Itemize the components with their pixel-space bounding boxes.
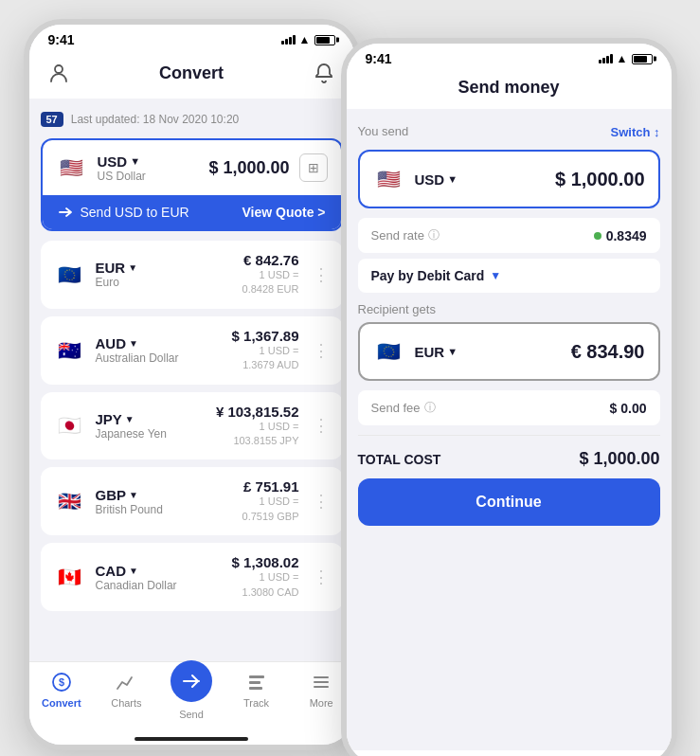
aud-code[interactable]: AUD ▼ xyxy=(96,335,179,351)
nav-label-track: Track xyxy=(243,697,269,709)
nav-item-convert[interactable]: $ Convert xyxy=(29,670,95,720)
nav-label-convert: Convert xyxy=(42,697,81,709)
convert-content: 57 Last updated: 18 Nov 2020 10:20 🇺🇸 US… xyxy=(29,99,354,661)
recipient-section: Recipient gets 🇪🇺 EUR ▼ € 834.90 xyxy=(358,302,660,381)
home-indicator-2 xyxy=(347,750,672,756)
send-fee-label: Send fee ⓘ xyxy=(371,400,436,416)
total-value: $ 1,000.00 xyxy=(579,449,659,469)
pay-method-row[interactable]: Pay by Debit Card ▼ xyxy=(358,259,660,293)
recipient-dropdown-icon: ▼ xyxy=(447,346,458,357)
app-header: Convert xyxy=(29,51,354,99)
battery-icon-2 xyxy=(632,54,653,64)
svg-rect-6 xyxy=(314,676,329,678)
more-dots-icon[interactable]: ⋮ xyxy=(313,567,330,587)
list-item[interactable]: 🇬🇧 GBP ▼ British Pound £ 751.91 1 USD =0… xyxy=(41,467,343,535)
aud-name: Australian Dollar xyxy=(96,351,179,365)
info-icon: ⓘ xyxy=(428,227,440,243)
nav-label-charts: Charts xyxy=(111,697,141,709)
you-send-header: You send Switch ↕ xyxy=(358,120,660,144)
send-icon xyxy=(171,660,212,702)
nav-label-more: More xyxy=(310,697,333,709)
send-label: Send USD to EUR xyxy=(81,205,189,220)
gbp-code[interactable]: GBP ▼ xyxy=(96,487,163,503)
total-cost-row: TOTAL COST $ 1,000.00 xyxy=(358,435,660,478)
aud-flag: 🇦🇺 xyxy=(54,334,86,367)
send-arrow-icon xyxy=(58,205,73,220)
status-icons: ▲ xyxy=(281,33,335,46)
track-icon xyxy=(244,670,269,694)
pay-method-label: Pay by Debit Card xyxy=(371,268,485,283)
recipient-label: Recipient gets xyxy=(358,302,660,316)
send-dropdown-icon: ▼ xyxy=(447,173,458,185)
convert-icon: $ xyxy=(49,670,74,694)
you-send-label: You send xyxy=(358,124,409,138)
home-indicator xyxy=(29,731,354,745)
nav-label-send: Send xyxy=(179,709,204,720)
status-icons-2: ▲ xyxy=(599,52,653,65)
cad-code[interactable]: CAD ▼ xyxy=(96,563,177,579)
you-send-card[interactable]: 🇺🇸 USD ▼ $ 1,000.00 xyxy=(358,150,660,208)
svg-text:$: $ xyxy=(59,676,64,688)
cad-name: Canadian Dollar xyxy=(96,579,177,592)
gbp-flag: 🇬🇧 xyxy=(54,485,86,517)
jpy-rate: 1 USD =103.8155 JPY xyxy=(216,420,299,449)
list-item[interactable]: 🇦🇺 AUD ▼ Australian Dollar $ 1,367.89 1 … xyxy=(41,316,343,385)
bell-icon[interactable] xyxy=(310,59,338,87)
jpy-code[interactable]: JPY ▼ xyxy=(96,411,167,427)
aud-amount: $ 1,367.89 xyxy=(232,328,299,344)
more-dots-icon[interactable]: ⋮ xyxy=(313,340,330,361)
svg-rect-8 xyxy=(314,686,329,688)
recipient-card[interactable]: 🇪🇺 EUR ▼ € 834.90 xyxy=(358,322,660,381)
signal-icon-2 xyxy=(599,54,613,63)
aud-rate: 1 USD =1.3679 AUD xyxy=(232,344,299,373)
list-item[interactable]: 🇪🇺 EUR ▼ Euro € 842.76 1 USD =0.8428 EUR xyxy=(41,241,343,309)
view-quote-label: View Quote > xyxy=(242,205,325,220)
update-badge: 57 xyxy=(41,112,63,127)
svg-rect-7 xyxy=(314,681,329,683)
send-fee-row: Send fee ⓘ $ 0.00 xyxy=(358,390,660,425)
more-dots-icon[interactable]: ⋮ xyxy=(313,264,330,285)
recipient-eur-flag: 🇪🇺 xyxy=(373,335,405,368)
eur-name: Euro xyxy=(96,276,138,289)
recipient-currency-code[interactable]: EUR ▼ xyxy=(415,344,458,360)
list-item[interactable]: 🇯🇵 JPY ▼ Japanese Yen ¥ 103,815.52 1 USD… xyxy=(41,392,343,460)
cad-rate: 1 USD =1.3080 CAD xyxy=(232,570,299,600)
send-currency-code[interactable]: USD ▼ xyxy=(415,171,458,188)
status-time: 9:41 xyxy=(48,32,75,47)
source-currency-card[interactable]: 🇺🇸 USD ▼ US Dollar $ 1,000.00 xyxy=(41,138,343,231)
eur-amount: € 842.76 xyxy=(242,252,299,268)
nav-item-track[interactable]: Track xyxy=(224,670,289,720)
eur-flag: 🇪🇺 xyxy=(54,259,86,291)
nav-item-charts[interactable]: Charts xyxy=(94,670,159,720)
status-bar-2: 9:41 ▲ xyxy=(347,44,672,70)
send-header: Send money xyxy=(347,70,672,109)
phone-send-money: 9:41 ▲ Send money xyxy=(341,38,677,756)
send-page-title: Send money xyxy=(458,78,559,98)
source-currency-code[interactable]: USD ▼ xyxy=(98,153,146,170)
user-icon[interactable] xyxy=(45,59,73,87)
source-amount: $ 1,000.00 xyxy=(208,158,289,178)
update-bar: 57 Last updated: 18 Nov 2020 10:20 xyxy=(41,110,343,129)
eur-rate: 1 USD =0.8428 EUR xyxy=(242,268,299,297)
list-item[interactable]: 🇨🇦 CAD ▼ Canadian Dollar $ 1,308.02 1 US… xyxy=(41,543,343,611)
send-amount: $ 1,000.00 xyxy=(555,169,645,190)
currency-list: 🇪🇺 EUR ▼ Euro € 842.76 1 USD =0.8428 EUR xyxy=(41,241,343,611)
nav-item-send[interactable]: Send xyxy=(159,670,224,720)
wifi-icon-2: ▲ xyxy=(617,52,628,65)
send-quote-button[interactable]: Send USD to EUR View Quote > xyxy=(43,195,341,229)
source-currency-name: US Dollar xyxy=(98,170,146,183)
jpy-amount: ¥ 103,815.52 xyxy=(216,404,299,420)
gbp-name: British Pound xyxy=(96,503,163,516)
switch-button[interactable]: Switch ↕ xyxy=(610,125,659,139)
continue-button[interactable]: Continue xyxy=(358,478,660,526)
cad-flag: 🇨🇦 xyxy=(54,561,86,593)
dropdown-arrow: ▼ xyxy=(130,155,140,167)
rate-dot xyxy=(594,232,601,240)
fee-info-icon: ⓘ xyxy=(424,400,436,416)
page-title: Convert xyxy=(159,63,224,83)
more-dots-icon[interactable]: ⋮ xyxy=(313,491,330,512)
bottom-nav: $ Convert Charts xyxy=(29,661,354,731)
eur-code[interactable]: EUR ▼ xyxy=(96,260,138,276)
more-dots-icon[interactable]: ⋮ xyxy=(313,415,330,436)
calculator-icon[interactable]: ⊞ xyxy=(299,153,328,182)
